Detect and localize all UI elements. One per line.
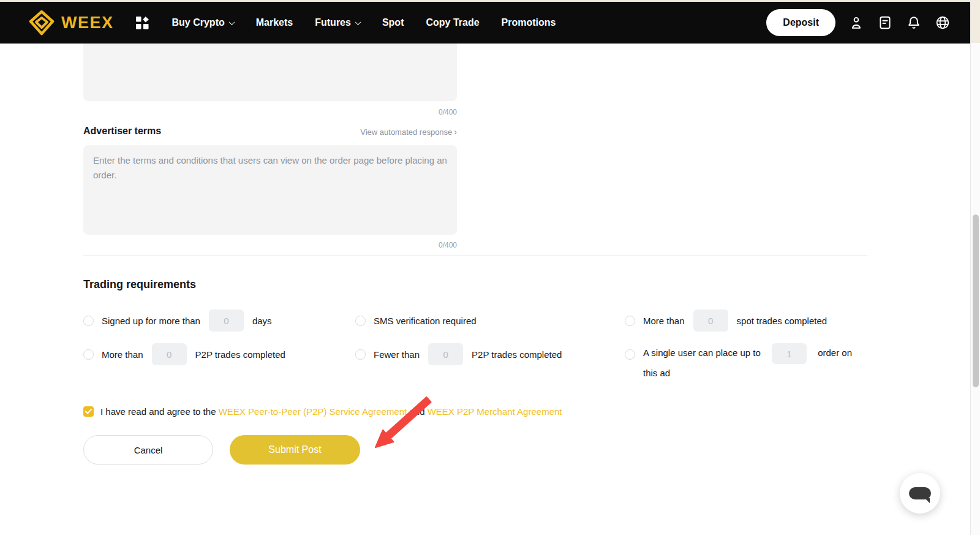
agreement-text-prefix: I have read and agree to the [100,406,219,417]
top-nav: WEEX Buy Crypto Markets Futures Spot Cop… [0,2,970,44]
auto-reply-counter: 0/400 [83,108,457,116]
p2p-merchant-agreement-link[interactable]: WEEX P2P Merchant Agreement [428,406,562,417]
globe-icon[interactable] [935,15,951,31]
agreement-text-and: and [407,406,427,417]
agreement-checkbox[interactable] [83,406,94,417]
advertiser-terms-textarea-box [83,145,457,235]
annotation-arrow [361,391,441,458]
view-automated-response-link[interactable]: View automated response› [83,127,457,137]
support-chat-button[interactable] [900,473,940,514]
p2p-more-radio[interactable] [83,349,94,360]
chevron-down-icon [355,19,361,25]
spot-trades-input-wrap [693,309,728,332]
signed-up-days-input-wrap [209,309,244,332]
requirement-sms: SMS verification required [355,309,477,332]
single-user-radio[interactable] [625,349,635,360]
requirement-p2p-fewer: Fewer than P2P trades completed [355,343,562,365]
nav-item-buy-crypto[interactable]: Buy Crypto [172,17,234,28]
trading-requirements-heading: Trading requirements [83,278,196,291]
nav-item-markets[interactable]: Markets [256,17,293,28]
p2p-fewer-radio[interactable] [355,349,366,360]
page-scrollbar-thumb[interactable] [973,214,979,387]
requirement-single-user: A single user can place up to order on t… [625,343,867,382]
chat-bubble-icon [909,487,931,499]
nav-right-cluster: Deposit [766,9,951,36]
agreement-row: I have read and agree to the WEEX Peer-t… [83,406,562,417]
submit-post-button[interactable]: Submit Post [230,435,360,465]
spot-trades-radio[interactable] [625,316,635,326]
user-icon[interactable] [848,15,864,31]
nav-item-futures[interactable]: Futures [315,17,360,28]
advertiser-terms-counter: 0/400 [83,241,457,249]
apps-grid-icon[interactable] [136,17,149,29]
requirement-p2p-more: More than P2P trades completed [83,343,285,365]
weex-logo-text: WEEX [61,13,114,32]
weex-logo[interactable]: WEEX [28,10,114,36]
p2p-service-agreement-link[interactable]: WEEX Peer-to-Peer (P2P) Service Agreemen… [219,406,407,417]
nav-item-promotions[interactable]: Promotions [502,17,556,28]
advertiser-terms-textarea[interactable] [83,145,457,235]
sms-verification-radio[interactable] [355,316,366,326]
single-user-orders-input[interactable] [772,343,807,364]
nav-item-spot[interactable]: Spot [382,17,404,28]
nav-item-copy-trade[interactable]: Copy Trade [426,17,479,28]
single-user-orders-input-wrap [772,343,807,364]
bell-icon[interactable] [906,15,922,31]
window-top-strip [0,0,980,2]
requirement-signed-up: Signed up for more than days [83,309,272,332]
p2p-more-input[interactable] [152,343,187,365]
p2p-fewer-input-wrap [428,343,463,365]
section-divider [83,255,867,256]
requirement-spot-trades: More than spot trades completed [625,309,827,332]
check-icon [85,409,92,414]
page-scrollbar-track[interactable] [970,0,980,535]
chevron-down-icon [228,19,235,25]
scrollbar-top-strip [971,0,980,43]
deposit-button[interactable]: Deposit [766,9,835,36]
nav-menu: Buy Crypto Markets Futures Spot Copy Tra… [172,17,556,28]
signed-up-days-input[interactable] [209,309,244,332]
spot-trades-input[interactable] [693,309,728,332]
weex-logo-icon [28,10,55,36]
p2p-fewer-input[interactable] [428,343,463,365]
cancel-button[interactable]: Cancel [83,435,213,465]
signed-up-radio[interactable] [83,316,94,326]
orders-icon[interactable] [877,15,893,31]
chevron-right-icon: › [454,127,457,137]
p2p-more-input-wrap [152,343,187,365]
